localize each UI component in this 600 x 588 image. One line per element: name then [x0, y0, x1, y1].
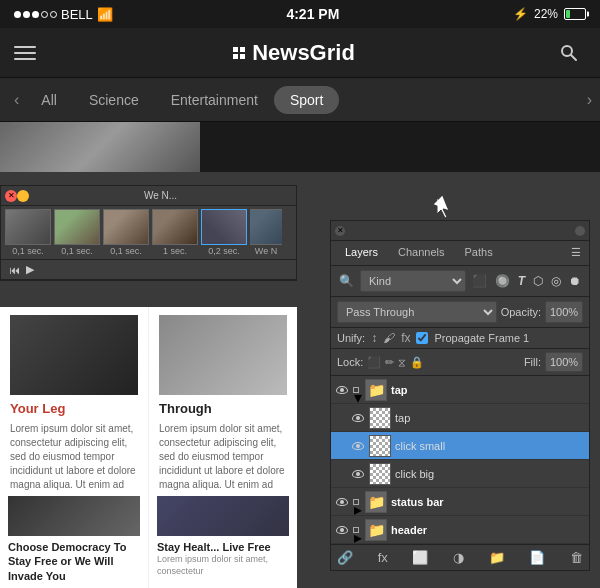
propagate-checkbox[interactable]	[416, 332, 428, 344]
layer-item-click-small[interactable]: click small	[331, 432, 589, 460]
layers-panel-menu[interactable]: ☰	[567, 241, 585, 265]
lock-label: Lock:	[337, 356, 363, 368]
lock-paint-icon[interactable]: ✏	[385, 356, 394, 369]
news-bottom-left: Choose Democracy To Stay Free or We Will…	[0, 490, 149, 588]
phone-status-bar: BELL 📶 4:21 PM ⚡ 22%	[0, 0, 600, 28]
layer-item-header[interactable]: ▸ 📁 header	[331, 516, 589, 544]
layer-vis-header[interactable]	[335, 523, 349, 537]
filter-kind-select[interactable]: Kind	[360, 270, 466, 292]
frame-13-time: 0,1 sec.	[61, 246, 93, 256]
propagate-label: Propagate Frame 1	[434, 332, 529, 344]
app-preview-image	[0, 122, 200, 172]
hamburger-button[interactable]	[14, 46, 36, 60]
layer-vis-status-bar[interactable]	[335, 495, 349, 509]
opacity-input[interactable]	[545, 301, 583, 323]
link-icon[interactable]: 🔗	[337, 550, 353, 565]
layer-item-status-bar[interactable]: ▸ 📁 status bar	[331, 488, 589, 516]
layer-thumb-click-small	[369, 435, 391, 457]
tab-layers[interactable]: Layers	[335, 241, 388, 265]
svg-line-1	[571, 55, 576, 60]
news-logo: NewsGrid	[233, 40, 355, 66]
frame-thumb-16	[201, 209, 247, 245]
layers-panel: ✕ Layers Channels Paths ☰ 🔍 Kind ⬛ 🔘 T ⬡…	[330, 220, 590, 571]
eye-icon-tap	[352, 414, 364, 422]
add-mask-icon[interactable]: ⬜	[412, 550, 428, 565]
layer-thumb-header: 📁	[365, 519, 387, 541]
tab-paths[interactable]: Paths	[455, 241, 503, 265]
frame-15-time: 1 sec.	[163, 246, 187, 256]
shape-filter-icon[interactable]: ⬡	[531, 272, 545, 290]
frame-thumb-14	[103, 209, 149, 245]
layer-expand-status-bar[interactable]: ▸	[353, 499, 359, 505]
app-image-strip	[0, 122, 600, 172]
cat-science[interactable]: Science	[73, 92, 155, 108]
unify-move-icon[interactable]: ↕	[371, 331, 377, 345]
layer-vis-tap-folder[interactable]	[335, 383, 349, 397]
unify-label: Unify:	[337, 332, 365, 344]
layers-close-button[interactable]: ✕	[335, 226, 345, 236]
layer-item-click-big[interactable]: click big	[331, 460, 589, 488]
folder-bottom-icon[interactable]: 📁	[489, 550, 505, 565]
lock-pixels-icon[interactable]: ⬛	[367, 356, 381, 369]
ps-timeline-window: ✕ We N... 0,1 sec. 0,1 sec. 0,1 sec.	[0, 185, 297, 281]
ps-min-button[interactable]	[17, 190, 29, 202]
smart-filter-icon[interactable]: ◎	[549, 272, 563, 290]
thumb-checkered-click-small	[370, 436, 390, 456]
ps-timeline: 0,1 sec. 0,1 sec. 0,1 sec. 1 sec.	[1, 206, 296, 260]
layer-item-tap[interactable]: tap	[331, 404, 589, 432]
thumb-checkered-tap	[370, 408, 390, 428]
layer-vis-click-small[interactable]	[351, 439, 365, 453]
delete-layer-icon[interactable]: 🗑	[570, 550, 583, 565]
dot3	[32, 11, 39, 18]
news-bottom-row: Choose Democracy To Stay Free or We Will…	[0, 490, 297, 588]
type-filter-icon[interactable]: T	[516, 272, 527, 290]
lock-all-icon[interactable]: 🔒	[410, 356, 424, 369]
adjustment-icon[interactable]: ◑	[453, 550, 464, 565]
play-button[interactable]: ▶	[26, 263, 34, 276]
timeline-frame-16[interactable]: 0,2 sec.	[201, 209, 247, 256]
timeline-frame-17[interactable]: We N	[250, 209, 282, 256]
timeline-frame-12[interactable]: 0,1 sec.	[5, 209, 51, 256]
frame-thumb-13	[54, 209, 100, 245]
bottom-headline-left: Choose Democracy To Stay Free or We Will…	[8, 540, 140, 583]
lock-position-icon[interactable]: ⧖	[398, 356, 406, 369]
clock: 4:21 PM	[286, 6, 339, 22]
timeline-frame-14[interactable]: 0,1 sec.	[103, 209, 149, 256]
unify-fx-icon[interactable]: fx	[401, 331, 410, 345]
cat-prev-arrow[interactable]: ‹	[8, 91, 25, 109]
fx-bottom-icon[interactable]: fx	[378, 550, 388, 565]
hamburger-line-2	[14, 52, 36, 54]
layer-vis-tap[interactable]	[351, 411, 365, 425]
layers-min-button[interactable]	[575, 226, 585, 236]
frame-12-time: 0,1 sec.	[12, 246, 44, 256]
battery-label: 22%	[534, 7, 558, 21]
ps-close-button[interactable]: ✕	[5, 190, 17, 202]
play-back-button[interactable]: ⏮	[9, 264, 20, 276]
layer-item-tap-folder[interactable]: ▾ 📁 tap	[331, 376, 589, 404]
layer-thumb-tap	[369, 407, 391, 429]
cat-sport[interactable]: Sport	[274, 86, 339, 114]
timeline-frame-15[interactable]: 1 sec.	[152, 209, 198, 256]
cat-next-arrow[interactable]: ›	[587, 91, 592, 109]
layer-expand-header[interactable]: ▸	[353, 527, 359, 533]
tab-channels[interactable]: Channels	[388, 241, 454, 265]
cat-entertainment[interactable]: Entertainment	[155, 92, 274, 108]
timeline-frame-13[interactable]: 0,1 sec.	[54, 209, 100, 256]
frame-14-time: 0,1 sec.	[110, 246, 142, 256]
frame-thumb-15	[152, 209, 198, 245]
search-button[interactable]	[552, 36, 586, 70]
new-layer-icon[interactable]: 📄	[529, 550, 545, 565]
frame-16-time: 0,2 sec.	[208, 246, 240, 256]
fill-input[interactable]	[545, 352, 583, 372]
fx-filter-icon[interactable]: 🔘	[493, 272, 512, 290]
lock-row: Lock: ⬛ ✏ ⧖ 🔒 Fill:	[331, 349, 589, 376]
layer-expand-tap[interactable]: ▾	[353, 387, 359, 393]
cat-all[interactable]: All	[25, 92, 73, 108]
filter-toggle[interactable]: ⏺	[567, 272, 583, 290]
hamburger-line-3	[14, 58, 36, 60]
layer-vis-click-big[interactable]	[351, 467, 365, 481]
blend-mode-select[interactable]: Pass Through	[337, 301, 497, 323]
pixel-filter-icon[interactable]: ⬛	[470, 272, 489, 290]
unify-paint-icon[interactable]: 🖌	[383, 331, 395, 345]
svg-marker-2	[437, 198, 449, 218]
